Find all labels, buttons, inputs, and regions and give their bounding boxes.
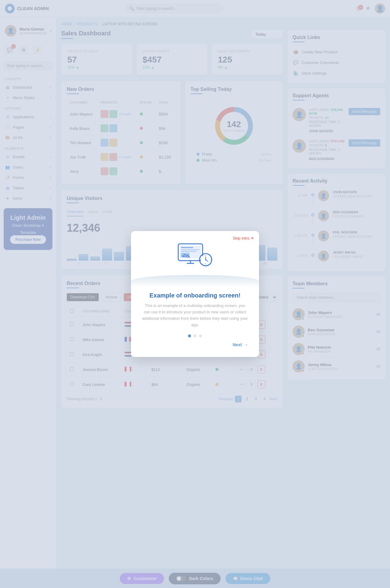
modal-next-button[interactable]: Next → [142, 342, 248, 347]
modal-overlay[interactable]: Skip Intro ✕ [0, 0, 390, 588]
onboarding-modal: Skip Intro ✕ [131, 231, 259, 357]
next-arrow-icon: → [244, 342, 248, 347]
modal-description: This is an example of a multistep onboar… [142, 303, 248, 328]
skip-intro-button[interactable]: Skip Intro ✕ [233, 236, 254, 241]
svg-rect-9 [181, 251, 196, 252]
modal-arc [131, 275, 259, 287]
modal-dot-2 [199, 334, 202, 337]
modal-dot-0 [188, 334, 191, 337]
modal-dots [142, 334, 248, 337]
svg-point-18 [205, 259, 206, 260]
illustration-svg [177, 241, 213, 271]
svg-rect-7 [181, 247, 193, 248]
modal-illustration [177, 241, 213, 271]
close-icon[interactable]: ✕ [251, 236, 254, 241]
modal-title: Example of onboarding screen! [142, 292, 248, 299]
svg-rect-8 [181, 249, 199, 250]
modal-dot-1 [193, 334, 197, 337]
